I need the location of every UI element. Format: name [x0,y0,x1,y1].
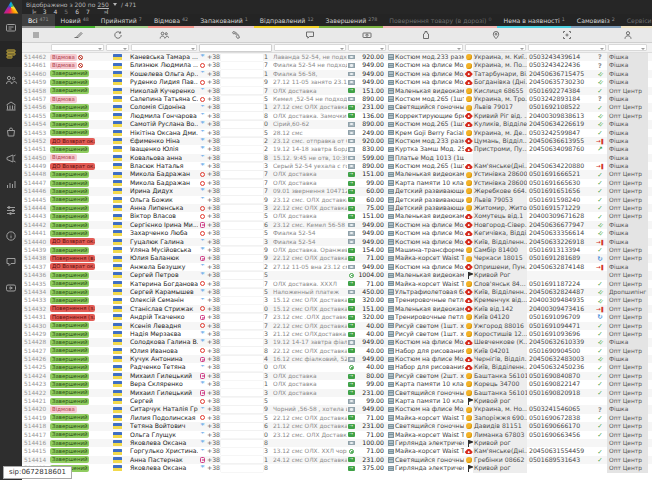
order-row[interactable]: 514420 Відмова Ситарчук Наталія Гр... +3… [22,405,652,413]
order-row[interactable]: 514459 Завершений Руденко Лидия Пав... +… [22,78,652,86]
client-name[interactable]: Ковальова анна [130,154,198,162]
product-filter[interactable] [388,44,463,51]
order-row[interactable]: 514456 Завершений Соломія Сідоніна +381 … [22,103,652,111]
address-filter[interactable] [465,44,526,51]
client-name[interactable]: Яковлева Оксана [130,464,198,472]
client-name[interactable]: Кошелева Ольга Ар... [130,70,198,78]
page-size-caret-icon[interactable] [113,3,117,6]
status-tab[interactable]: Повернення товару (в дорозі)0 [383,14,497,28]
comment-filter[interactable] [274,44,346,51]
order-row[interactable]: 514450 Відмова Ковальова анна +388 15.12… [22,154,652,162]
client-name[interactable]: Сергієнко Ірина Ми... [130,221,198,229]
region-filter[interactable] [106,44,129,51]
feedback-icon[interactable] [0,249,22,275]
status-tab[interactable]: Прийнятий7 [95,14,148,28]
stats-icon[interactable] [0,171,22,197]
order-row[interactable]: 514429 Завершений Надія Мерзаєва +383 21… [22,330,652,338]
order-row[interactable]: 514418 Завершений Тетяна Войтович +386 2… [22,422,652,430]
client-name[interactable]: Самотій Руслана Во... [130,120,198,128]
order-row[interactable]: 514435 Завершений Катерина Богданова +38… [22,280,652,288]
order-row[interactable]: 514424 Завершений Михаил Гилецький +383 … [22,372,652,380]
client-name[interactable]: Михаил Гилецький [130,389,198,397]
client-name[interactable]: Сергей Карамышев [130,288,198,296]
client-name[interactable]: Микола Бадражан [130,170,198,178]
order-row[interactable]: 514443 Завершений Віктор Власов +385 ОЛХ… [22,212,652,220]
order-row[interactable]: 514461 Відмова Близнюк Людмила ... +387 … [22,61,652,69]
client-name[interactable]: Нікітіна Оксана Дми... [130,129,198,137]
order-row[interactable]: 514451 Завершений Іващенко Юлія +382 19.… [22,145,652,153]
client-name[interactable]: Яковлева Оксана [130,439,198,447]
info-icon[interactable] [0,223,22,249]
tracking-number[interactable]: 0501689531643 [527,456,593,464]
column-icon-tracking[interactable] [527,30,607,40]
app-logo-icon[interactable] [3,1,19,14]
page-size-dropdown[interactable]: 250 [97,1,108,8]
tracking-number[interactable]: 0501690904500 [527,347,593,355]
status-tab[interactable]: Відправлений12 [254,14,320,28]
client-name[interactable]: Анна Пастернак [130,456,198,464]
status-tab[interactable]: Нема в наявності1 [497,14,570,28]
client-name[interactable]: Іващенко Юлія [130,145,198,153]
tracking-number[interactable]: 20450634098760 [527,145,593,153]
order-row[interactable]: 514457 Відмова Салепина Татьяна С... +38… [22,95,652,103]
column-icon-status[interactable] [50,30,105,40]
order-row[interactable]: 514421 Завершений Сергей +385 99.00 Карт… [22,397,652,405]
client-name[interactable]: Горгулько Христина... [130,447,198,455]
status-tab[interactable]: Новий48 [55,14,95,28]
tracking-number[interactable]: 0501691665630 [527,179,593,187]
order-row[interactable]: 514446 Завершений Ирина Дидух +387 09.01… [22,187,652,195]
order-row[interactable]: 514426 Завершений Кучук Антонина +384 16… [22,355,652,363]
client-name[interactable]: Ирина Дидух [130,187,198,195]
client-name[interactable]: Микола Бадражан [130,179,198,187]
tracking-number[interactable]: 20450633226918 [527,238,593,246]
client-name[interactable]: Юлия Баланюк [130,254,198,262]
order-row[interactable]: 514422 Завершений Михаил Гилецький +383 … [22,389,652,397]
tracking-number[interactable]: 20450635730230 [527,78,593,86]
column-icon-phone[interactable] [198,30,273,40]
order-row[interactable]: 514436 Завершений Сергей Петров +385 100… [22,271,652,279]
tracking-number[interactable]: 20450632610339 [527,338,593,346]
client-name[interactable]: Тетяна Войтович [130,422,198,430]
tracking-number[interactable]: 20450636715475 [527,70,593,78]
status-filter[interactable] [51,44,104,51]
order-row[interactable]: 514433 Завершений Олексій Семанін +383 1… [22,296,652,304]
tracking-number[interactable]: 20450633356614 [527,229,593,237]
campaigns-icon[interactable] [0,145,22,171]
tracking-number[interactable]: 20450636613955 [527,137,593,145]
client-name[interactable]: Руденко Лидия Пав... [130,78,198,86]
client-name[interactable]: Гуцалюк Галина [130,238,198,246]
column-icon-address[interactable] [464,30,527,40]
client-name[interactable]: Анна Липенська [130,204,198,212]
status-tab[interactable]: Відмова42 [148,14,194,28]
tracking-number[interactable]: 20450634226619 [527,120,593,128]
client-name[interactable]: Лилия Подолинская [130,414,198,422]
order-row[interactable]: 514454 Завершений Самотій Руслана Во... … [22,120,652,128]
tracking-number[interactable]: 0501690840870 [527,372,593,380]
order-row[interactable]: 514458 Завершений Николай Кучеренко +387… [22,87,652,95]
tracking-number[interactable]: 20450632450236 [527,363,593,371]
dashboard-icon[interactable] [0,15,22,41]
client-name[interactable]: Захарченко Люба [130,229,198,237]
tracking-number[interactable]: 0501691096709 [527,313,593,321]
client-name[interactable]: Солодкова Галина В... [130,338,198,346]
order-row[interactable]: 514462 Відмова Каневська Тамара ... +381… [22,53,652,61]
client-name[interactable]: Радченко Тетяна [130,363,198,371]
tracking-number[interactable]: 20450634220880 [527,162,593,170]
order-row[interactable]: 514452 ДО Возврат ок... Єфименко Ніна +3… [22,137,652,145]
name-filter[interactable] [131,44,197,51]
company-icon[interactable] [0,93,22,119]
client-name[interactable]: Олексій Семанін [130,296,198,304]
order-row[interactable]: 514445 Завершений Ольга Божик +389 23.12… [22,196,652,204]
order-row[interactable]: 514423 Завершений Вера Скляренко +381 ОЛ… [22,380,652,388]
column-icon-channel[interactable] [607,30,648,40]
tracking-number[interactable]: 0501691094471 [527,322,593,330]
client-name[interactable]: Николай Кучеренко [130,87,198,95]
column-icon-id[interactable] [22,30,50,40]
order-row[interactable]: 514419 Завершений Лилия Подолинская +385… [22,414,652,422]
sales-icon[interactable] [0,119,22,145]
status-tab[interactable]: Всі471 [22,14,55,28]
orders-icon[interactable] [0,41,22,67]
order-row[interactable]: 514449 ДО Возврат ок... Власюк Наталья +… [22,162,652,170]
order-row[interactable]: 514453 Завершений Нікітіна Оксана Дми...… [22,129,652,137]
tracking-number[interactable]: 20400309484935 [527,296,593,304]
